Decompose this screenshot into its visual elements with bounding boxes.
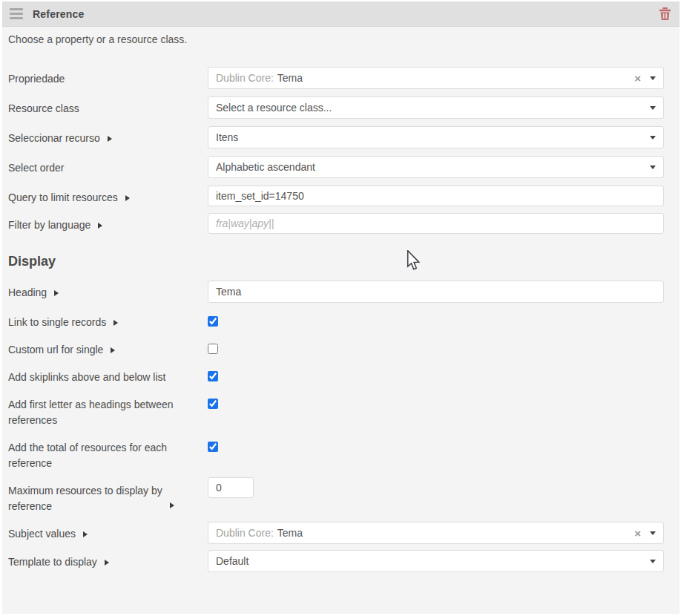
- block-title: Reference: [33, 8, 85, 20]
- property-label: Propriedade: [8, 67, 208, 87]
- property-value-prefix: Dublin Core:: [216, 72, 274, 84]
- custom-url-checkbox[interactable]: [208, 344, 218, 354]
- field-row-order: Select order Alphabetic ascendant: [8, 156, 664, 178]
- order-label: Select order: [8, 156, 208, 176]
- languages-label: Filter by language: [8, 213, 208, 233]
- triangle-right-icon[interactable]: [105, 560, 109, 566]
- property-select[interactable]: Dublin Core: Tema ×: [208, 67, 664, 89]
- heading-label: Heading: [8, 281, 208, 301]
- template-label: Template to display: [8, 550, 208, 570]
- triangle-right-icon[interactable]: [114, 320, 118, 326]
- triangle-right-icon[interactable]: [108, 136, 112, 142]
- resource-class-select[interactable]: Select a resource class...: [208, 96, 664, 119]
- subject-values-value: Tema: [277, 527, 634, 539]
- field-row-resource-type: Seleccionar recurso Itens: [8, 126, 664, 148]
- triangle-right-icon[interactable]: [111, 347, 115, 353]
- heading-input[interactable]: [208, 281, 664, 303]
- max-resources-label: Maximum resources to display by referenc…: [8, 477, 208, 514]
- intro-text: Choose a property or a resource class.: [8, 33, 664, 46]
- field-row-heading: Heading: [8, 281, 664, 303]
- chevron-down-icon: [650, 76, 656, 80]
- triangle-right-icon[interactable]: [125, 195, 130, 201]
- order-select[interactable]: Alphabetic ascendant: [208, 156, 664, 178]
- field-row-skiplinks: Add skiplinks above and below list: [8, 370, 664, 385]
- field-row-template: Template to display Default: [8, 550, 664, 572]
- chevron-down-icon: [650, 531, 656, 535]
- block-form: Choose a property or a resource class. P…: [2, 27, 680, 572]
- field-row-first-letter: Add first letter as headings between ref…: [8, 397, 664, 428]
- skiplinks-label: Add skiplinks above and below list: [8, 370, 208, 385]
- field-row-query: Query to limit resources: [8, 186, 664, 206]
- property-value: Tema: [277, 72, 634, 84]
- resource-type-select[interactable]: Itens: [208, 126, 664, 148]
- field-row-subject-values: Subject values Dublin Core: Tema ×: [8, 522, 664, 544]
- link-to-single-checkbox[interactable]: [208, 316, 218, 327]
- block-header: Reference: [2, 1, 680, 27]
- link-to-single-label: Link to single records: [8, 315, 208, 330]
- query-label: Query to limit resources: [8, 186, 208, 206]
- first-letter-label: Add first letter as headings between ref…: [8, 397, 208, 428]
- first-letter-checkbox[interactable]: [208, 399, 218, 409]
- triangle-right-icon[interactable]: [83, 531, 88, 537]
- display-section-title: Display: [8, 253, 664, 269]
- custom-url-label: Custom url for single: [8, 342, 208, 358]
- query-input[interactable]: [208, 186, 664, 206]
- close-icon[interactable]: ×: [634, 528, 641, 539]
- reference-block: Reference Choose a property or a resourc…: [2, 1, 680, 614]
- field-row-link-to-single: Link to single records: [8, 315, 664, 330]
- resource-class-label: Resource class: [8, 96, 208, 117]
- field-row-total: Add the total of resources for each refe…: [8, 440, 664, 471]
- skiplinks-checkbox[interactable]: [208, 371, 218, 381]
- trash-icon: [659, 7, 671, 20]
- field-row-custom-url: Custom url for single: [8, 342, 664, 358]
- triangle-right-icon[interactable]: [98, 223, 102, 229]
- field-row-resource-class: Resource class Select a resource class..…: [8, 96, 664, 119]
- template-select[interactable]: Default: [208, 550, 664, 572]
- triangle-right-icon[interactable]: [170, 502, 174, 508]
- field-row-max-resources: Maximum resources to display by referenc…: [8, 477, 664, 514]
- close-icon[interactable]: ×: [634, 73, 641, 84]
- field-row-property: Propriedade Dublin Core: Tema ×: [8, 67, 664, 89]
- subject-values-select[interactable]: Dublin Core: Tema ×: [208, 522, 664, 544]
- triangle-right-icon[interactable]: [54, 290, 59, 296]
- drag-handle-icon[interactable]: [10, 8, 23, 19]
- resource-type-label: Seleccionar recurso: [8, 126, 208, 146]
- subject-values-prefix: Dublin Core:: [216, 527, 274, 539]
- field-row-languages: Filter by language: [8, 213, 664, 234]
- languages-input[interactable]: [208, 213, 664, 234]
- delete-block-button[interactable]: [658, 6, 672, 22]
- total-label: Add the total of resources for each refe…: [8, 440, 208, 471]
- subject-values-label: Subject values: [8, 522, 208, 542]
- max-resources-input[interactable]: [208, 477, 254, 498]
- total-checkbox[interactable]: [208, 442, 218, 452]
